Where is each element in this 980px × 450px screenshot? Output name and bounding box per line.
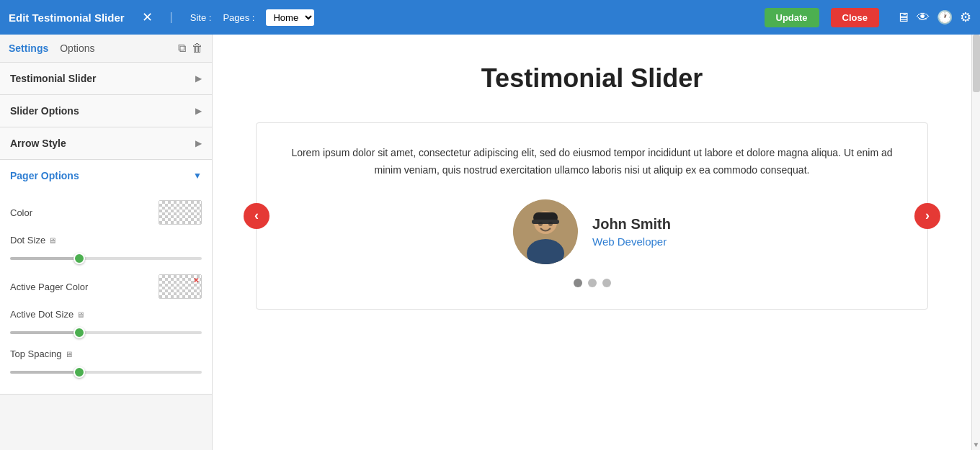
dot-3[interactable] <box>602 279 611 287</box>
content-scrollbar: ▲ ▼ <box>971 35 980 450</box>
tab-settings[interactable]: Settings <box>9 42 48 54</box>
sidebar-scroll: Testimonial Slider ▶ Slider Options ▶ Ar… <box>0 63 212 450</box>
scrollbar-thumb[interactable] <box>973 35 980 92</box>
active-pager-color-swatch[interactable]: ✕ <box>159 274 202 299</box>
sidebar: Settings Options ⧉ 🗑 Testimonial Slider … <box>0 35 213 450</box>
copy-icon[interactable]: ⧉ <box>178 42 186 55</box>
active-dot-size-monitor-icon: 🖥 <box>76 310 84 319</box>
main-layout: Settings Options ⧉ 🗑 Testimonial Slider … <box>0 35 980 450</box>
accordion-pager-options-title: Pager Options <box>10 170 79 181</box>
header-icons: 🖥 👁 🕐 ⚙ <box>896 9 971 25</box>
pager-options-body: Color Dot Size 🖥 <box>0 192 212 394</box>
accordion-slider-options-title: Slider Options <box>10 105 79 117</box>
testimonial-author: John Smith Web Developer <box>285 199 899 264</box>
sitemap-icon[interactable]: ⚙ <box>960 9 971 25</box>
dot-size-row: Dot Size 🖥 <box>10 235 202 263</box>
content-area: Testimonial Slider ‹ › Lorem ipsum dolor… <box>213 35 971 450</box>
accordion-testimonial-slider-arrow: ▶ <box>195 73 202 84</box>
page-title: Testimonial Slider <box>256 63 928 94</box>
active-dot-size-label: Active Dot Size 🖥 <box>10 309 202 320</box>
accordion-testimonial-slider-title: Testimonial Slider <box>10 73 97 84</box>
active-dot-size-row: Active Dot Size 🖥 <box>10 309 202 337</box>
svg-rect-4 <box>532 220 559 224</box>
avatar <box>513 199 578 264</box>
dot-size-label: Dot Size 🖥 <box>10 235 202 246</box>
pager-dots <box>285 279 899 287</box>
color-swatch[interactable] <box>159 200 202 225</box>
top-spacing-slider[interactable] <box>10 371 202 374</box>
sidebar-tab-icons: ⧉ 🗑 <box>178 42 203 55</box>
accordion-testimonial-slider: Testimonial Slider ▶ <box>0 63 212 95</box>
accordion-arrow-style-header[interactable]: Arrow Style ▶ <box>0 127 212 159</box>
close-button[interactable]: Close <box>831 8 879 27</box>
dot-1[interactable] <box>574 279 582 287</box>
header-close-icon[interactable]: ✕ <box>142 9 153 25</box>
dot-size-label-row: Dot Size 🖥 <box>10 235 202 246</box>
accordion-slider-options-header[interactable]: Slider Options ▶ <box>0 95 212 127</box>
dot-size-monitor-icon: 🖥 <box>48 236 56 245</box>
accordion-pager-options-header[interactable]: Pager Options ▼ <box>0 160 212 192</box>
tab-options[interactable]: Options <box>60 42 94 54</box>
top-spacing-text: Top Spacing <box>10 348 62 359</box>
header-pages-label: Pages : <box>223 12 254 23</box>
scroll-down-arrow[interactable]: ▼ <box>972 440 980 450</box>
active-pager-color-label: Active Pager Color <box>10 282 159 292</box>
accordion-pager-options: Pager Options ▼ Color <box>0 160 212 395</box>
accordion-arrow-style: Arrow Style ▶ <box>0 127 212 160</box>
accordion-arrow-style-title: Arrow Style <box>10 138 66 149</box>
top-spacing-label: Top Spacing 🖥 <box>10 348 202 359</box>
active-dot-size-label-row: Active Dot Size 🖥 <box>10 309 202 320</box>
dot-size-text: Dot Size <box>10 235 45 246</box>
top-spacing-label-row: Top Spacing 🖥 <box>10 348 202 359</box>
update-button[interactable]: Update <box>765 8 819 27</box>
svg-point-5 <box>538 222 543 226</box>
trash-icon[interactable]: 🗑 <box>192 42 203 55</box>
author-info: John Smith Web Developer <box>592 216 671 248</box>
testimonial-card: ‹ › Lorem ipsum dolor sit amet, consecte… <box>256 122 928 310</box>
accordion-slider-options-arrow: ▶ <box>195 106 202 116</box>
accordion-slider-options: Slider Options ▶ <box>0 95 212 127</box>
color-label: Color <box>10 207 159 218</box>
monitor-icon[interactable]: 🖥 <box>896 10 909 25</box>
slider-prev-button[interactable]: ‹ <box>244 203 270 229</box>
top-spacing-row: Top Spacing 🖥 <box>10 348 202 377</box>
svg-point-6 <box>548 222 553 226</box>
checkerboard-pattern <box>159 201 201 224</box>
top-spacing-monitor-icon: 🖥 <box>65 350 73 359</box>
slider-next-button[interactable]: › <box>914 203 940 229</box>
author-role: Web Developer <box>592 235 671 248</box>
header: Edit Testimonial Slider ✕ | Site : Pages… <box>0 0 980 35</box>
header-site-label: Site : <box>190 12 212 23</box>
pages-select[interactable]: Home <box>266 9 314 26</box>
header-divider: | <box>170 11 173 24</box>
history-icon[interactable]: 🕐 <box>937 9 953 25</box>
dot-2[interactable] <box>588 279 597 287</box>
header-title: Edit Testimonial Slider <box>9 12 125 24</box>
color-field-row: Color <box>10 200 202 225</box>
active-dot-size-slider[interactable] <box>10 331 202 334</box>
dot-size-slider[interactable] <box>10 257 202 260</box>
avatar-image <box>513 199 578 264</box>
sidebar-tabs: Settings Options ⧉ 🗑 <box>0 35 212 63</box>
active-pager-color-field-row: Active Pager Color ✕ <box>10 274 202 299</box>
author-name: John Smith <box>592 216 671 233</box>
accordion-pager-options-arrow: ▼ <box>193 171 202 181</box>
eye-icon[interactable]: 👁 <box>917 10 930 25</box>
active-dot-size-text: Active Dot Size <box>10 309 74 320</box>
testimonial-text: Lorem ipsum dolor sit amet, consectetur … <box>285 145 899 179</box>
swatch-x-icon: ✕ <box>193 276 199 284</box>
accordion-testimonial-slider-header[interactable]: Testimonial Slider ▶ <box>0 63 212 94</box>
accordion-arrow-style-arrow: ▶ <box>195 138 202 148</box>
